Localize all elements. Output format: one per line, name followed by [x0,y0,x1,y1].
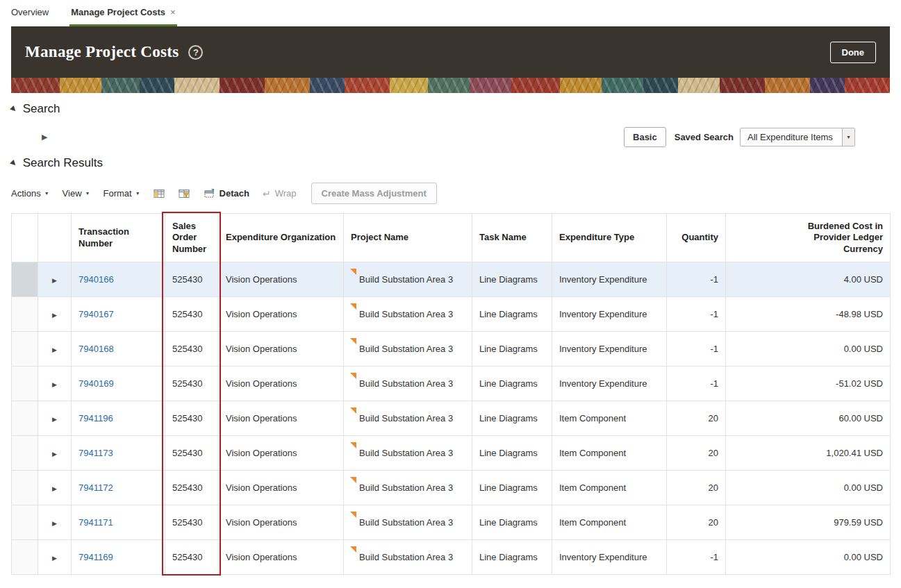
table-row[interactable]: ▶7941169525430Vision OperationsBuild Sub… [12,540,891,575]
dropdown-arrow-icon[interactable]: ▼ [842,128,854,146]
results-table-container: Transaction Number Sales Order Number Ex… [11,213,890,575]
column-header-task-name[interactable]: Task Name [472,214,552,262]
row-expand-cell[interactable]: ▶ [38,540,72,575]
chevron-down-icon: ▼ [85,191,90,196]
sales-order-number-cell: 525430 [165,332,219,367]
create-mass-adjustment-button[interactable]: Create Mass Adjustment [311,183,437,204]
wrap-button[interactable]: ↵ Wrap [263,188,297,199]
quantity-cell: 20 [667,401,726,436]
row-expand-cell[interactable]: ▶ [38,297,72,332]
row-select-cell[interactable] [12,297,38,332]
header-row: Transaction Number Sales Order Number Ex… [12,214,891,262]
row-expand-cell[interactable]: ▶ [38,471,72,505]
help-icon[interactable]: ? [188,45,203,60]
column-header-burdened-cost[interactable]: Burdened Cost in Provider Ledger Currenc… [726,214,891,262]
query-by-example-icon[interactable] [179,188,190,199]
expenditure-type-cell: Item Component [552,505,667,540]
table-row[interactable]: ▶7940166525430Vision OperationsBuild Sub… [12,262,891,297]
transaction-number-cell: 7941169 [72,540,165,575]
expand-row-icon[interactable]: ▶ [52,555,57,562]
quantity-cell: -1 [667,367,726,401]
expand-row-icon[interactable]: ▶ [52,451,57,457]
expand-row-icon[interactable]: ▶ [52,381,57,388]
row-select-cell[interactable] [12,540,38,575]
actions-menu-button[interactable]: Actions ▼ [11,188,49,199]
transaction-number-cell: 7941196 [72,401,165,436]
task-name-cell: Line Diagrams [472,297,552,332]
quantity-cell: -1 [667,540,726,575]
expand-row-icon[interactable]: ▶ [52,520,57,527]
burdened-cost-cell: 0.00 USD [726,471,891,505]
table-row[interactable]: ▶7941171525430Vision OperationsBuild Sub… [12,505,891,540]
detach-button[interactable]: Detach [204,188,249,199]
format-menu-button[interactable]: Format ▼ [103,188,140,199]
search-section-title: Search [23,102,60,116]
transaction-number-link[interactable]: 7940168 [78,344,114,354]
expand-row-icon[interactable]: ▶ [52,485,57,492]
row-select-cell[interactable] [12,436,38,471]
done-button[interactable]: Done [830,42,877,63]
sales-order-number-cell: 525430 [165,436,219,471]
sales-order-number-cell: 525430 [165,262,219,297]
view-menu-button[interactable]: View ▼ [63,188,90,199]
table-row[interactable]: ▶7941172525430Vision OperationsBuild Sub… [12,471,891,505]
transaction-number-link[interactable]: 7940169 [78,378,114,389]
transaction-number-link[interactable]: 7940167 [78,309,114,319]
row-select-cell[interactable] [12,471,38,505]
close-tab-icon[interactable]: × [170,7,176,17]
column-header-expenditure-organization[interactable]: Expenditure Organization [219,214,344,262]
tab-overview[interactable]: Overview [10,0,50,26]
table-row[interactable]: ▶7941173525430Vision OperationsBuild Sub… [12,436,891,471]
transaction-number-link[interactable]: 7941172 [78,482,113,493]
row-expand-cell[interactable]: ▶ [38,367,72,401]
row-select-cell[interactable] [12,505,38,540]
table-row[interactable]: ▶7940168525430Vision OperationsBuild Sub… [12,332,891,367]
row-select-cell[interactable] [12,262,38,297]
collapse-results-icon[interactable]: ▶ [10,159,19,168]
transaction-number-link[interactable]: 7941173 [78,448,113,458]
column-header-expenditure-type[interactable]: Expenditure Type [552,214,667,262]
expenditure-organization-cell: Vision Operations [219,262,344,297]
column-header-project-name[interactable]: Project Name [344,214,472,262]
transaction-number-link[interactable]: 7940166 [78,274,114,285]
task-name-cell: Line Diagrams [472,505,552,540]
table-row[interactable]: ▶7940167525430Vision OperationsBuild Sub… [12,297,891,332]
freeze-icon[interactable] [154,188,165,199]
burdened-cost-cell: 1,020.41 USD [726,436,891,471]
row-expand-cell[interactable]: ▶ [38,401,72,436]
row-select-cell[interactable] [12,401,38,436]
expand-row-icon[interactable]: ▶ [52,346,57,353]
row-select-cell[interactable] [12,367,38,401]
expenditure-organization-cell: Vision Operations [219,297,344,332]
expand-row-icon[interactable]: ▶ [52,277,57,284]
expand-search-form-icon[interactable]: ▶ [42,133,47,141]
detach-label: Detach [220,188,249,199]
expand-row-icon[interactable]: ▶ [52,416,57,423]
format-menu-label: Format [103,188,131,199]
transaction-number-link[interactable]: 7941196 [78,413,113,423]
burdened-cost-cell: 60.00 USD [726,401,891,436]
column-header-transaction-number[interactable]: Transaction Number [72,214,165,262]
expand-row-icon[interactable]: ▶ [52,312,57,319]
expenditure-type-cell: Inventory Expenditure [552,332,667,367]
column-header-sales-order-number[interactable]: Sales Order Number [165,214,219,262]
row-expand-cell[interactable]: ▶ [38,436,72,471]
table-row[interactable]: ▶7940169525430Vision OperationsBuild Sub… [12,367,891,401]
transaction-number-link[interactable]: 7941169 [78,552,113,562]
saved-search-value: All Expenditure Items [741,128,842,146]
row-expand-cell[interactable]: ▶ [38,332,72,367]
row-expand-cell[interactable]: ▶ [38,262,72,297]
row-expand-cell[interactable]: ▶ [38,505,72,540]
tab-manage-project-costs[interactable]: Manage Project Costs × [69,0,176,26]
wrap-icon: ↵ [263,188,271,199]
expenditure-type-cell: Inventory Expenditure [552,262,667,297]
transaction-number-link[interactable]: 7941171 [78,517,113,528]
column-header-quantity[interactable]: Quantity [667,214,726,262]
row-select-cell[interactable] [12,332,38,367]
table-row[interactable]: ▶7941196525430Vision OperationsBuild Sub… [12,401,891,436]
saved-search-dropdown[interactable]: All Expenditure Items ▼ [740,128,855,146]
chevron-down-icon: ▼ [44,191,49,196]
collapse-search-icon[interactable]: ▶ [10,105,19,114]
basic-button[interactable]: Basic [624,127,666,147]
transaction-number-cell: 7941173 [72,436,165,471]
